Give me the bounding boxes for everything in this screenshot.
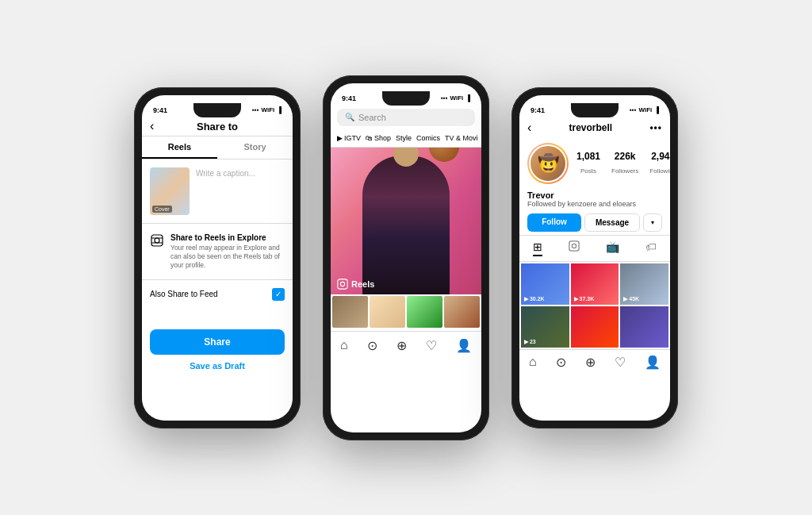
tag-tab-icon[interactable]: 🏷 — [645, 240, 657, 256]
cat-style-label: Style — [396, 134, 412, 142]
cover-label: Cover — [152, 206, 172, 213]
wifi-icon-2: WiFi — [450, 94, 464, 102]
signal-icon: ▪▪▪ — [252, 106, 259, 113]
followers-count: 226k — [611, 151, 638, 162]
more-options-button[interactable]: ••• — [649, 122, 662, 133]
search-bar[interactable]: 🔍 Search — [337, 109, 475, 126]
phone-3-notch — [571, 103, 619, 117]
stat-following[interactable]: 2,943 Following — [649, 151, 670, 176]
categories-bar: ▶ IGTV 🛍 Shop Style Comics TV & Movi — [331, 129, 481, 148]
photo-2[interactable]: ▶ 37.3K — [571, 263, 619, 305]
status-icons-3: ▪▪▪ WiFi ▐ — [630, 106, 659, 113]
share-button[interactable]: Share — [150, 329, 285, 355]
tv-tab-icon[interactable]: 📺 — [606, 240, 619, 256]
home-nav-icon-3[interactable]: ⌂ — [529, 355, 537, 370]
heart-nav-icon-3[interactable]: ♡ — [615, 355, 626, 370]
search-nav-icon-3[interactable]: ⊙ — [556, 355, 566, 370]
caption-input[interactable]: Write a caption... — [196, 167, 255, 178]
feed-option[interactable]: Also Share to Feed ✓ — [142, 283, 293, 306]
search-nav-icon[interactable]: ⊙ — [367, 338, 377, 353]
cat-shop[interactable]: 🛍 Shop — [366, 133, 391, 144]
photo-6[interactable] — [620, 306, 668, 348]
reels-tab-icon[interactable] — [569, 240, 580, 256]
phone-1-notch — [193, 103, 241, 117]
reels-option-text: Share to Reels in Explore Your reel may … — [170, 233, 285, 270]
share-tabs: Reels Story — [142, 136, 293, 159]
phone-2: 9:41 ▪▪▪ WiFi ▐ 🔍 Search ▶ IGTV 🛍 — [323, 75, 489, 440]
following-label: Following — [649, 167, 670, 175]
profile-stats: 1,081 Posts 226k Followers 2,943 Followi… — [576, 151, 670, 176]
cat-comics[interactable]: Comics — [416, 133, 440, 144]
cat-comics-label: Comics — [416, 134, 440, 142]
photo-4[interactable]: ▶ 23 — [521, 306, 569, 348]
grid-item-1 — [332, 296, 368, 328]
cat-tv-label: TV & Movi — [445, 134, 478, 142]
bottom-nav-2: ⌂ ⊙ ⊕ ♡ 👤 — [331, 331, 481, 356]
svg-rect-6 — [569, 240, 579, 250]
photo-3[interactable]: ▶ 45K — [620, 263, 668, 305]
cat-igtv[interactable]: ▶ IGTV — [337, 133, 361, 144]
save-draft-button[interactable]: Save as Draft — [142, 361, 293, 371]
reels-label-text: Reels — [351, 279, 374, 289]
stat-posts: 1,081 Posts — [576, 151, 600, 176]
search-icon: 🔍 — [345, 113, 354, 121]
add-nav-icon-3[interactable]: ⊕ — [585, 355, 596, 370]
feed-checkbox[interactable]: ✓ — [272, 288, 285, 301]
igtv-icon: ▶ — [337, 134, 343, 142]
video-thumbnail: Cover — [150, 167, 190, 215]
message-button[interactable]: Message — [584, 213, 640, 232]
tab-reels[interactable]: Reels — [142, 136, 217, 159]
cat-style[interactable]: Style — [396, 133, 412, 144]
photo-1-views: ▶ 30.2K — [524, 296, 545, 302]
battery-icon-2: ▐ — [465, 94, 470, 102]
status-time: 9:41 — [153, 106, 167, 114]
grid-item-3 — [407, 296, 442, 328]
heart-nav-icon[interactable]: ♡ — [426, 338, 437, 353]
photo-4-views: ▶ 23 — [524, 339, 536, 345]
profile-nav-icon[interactable]: 👤 — [456, 338, 472, 353]
share-to-reels-option: Share to Reels in Explore Your reel may … — [142, 227, 293, 276]
status-time-2: 9:41 — [342, 94, 356, 102]
svg-rect-4 — [338, 279, 347, 288]
profile-name-area: Trevor Followed by kenzoere and eloears — [519, 189, 670, 210]
profile-info: 🤠 1,081 Posts 226k Followers 2,943 Follo… — [519, 138, 670, 189]
add-nav-icon[interactable]: ⊕ — [396, 338, 407, 353]
status-icons-2: ▪▪▪ WiFi ▐ — [441, 94, 470, 102]
photo-grid: ▶ 30.2K ▶ 37.3K ▶ 45K ▶ 23 — [519, 262, 670, 349]
cat-shop-label: Shop — [374, 134, 391, 142]
back-button[interactable]: ‹ — [150, 119, 154, 133]
phone-3: 9:41 ▪▪▪ WiFi ▐ ‹ trevorbell ••• 🤠 — [511, 87, 678, 429]
divider-1 — [142, 223, 293, 224]
wifi-icon-3: WiFi — [639, 106, 653, 113]
status-icons: ▪▪▪ WiFi ▐ — [252, 106, 282, 113]
photo-1[interactable]: ▶ 30.2K — [521, 263, 569, 305]
cat-tv[interactable]: TV & Movi — [445, 133, 478, 144]
home-nav-icon[interactable]: ⌂ — [340, 338, 348, 353]
reels-icon — [150, 233, 164, 248]
phone-2-screen: 9:41 ▪▪▪ WiFi ▐ 🔍 Search ▶ IGTV 🛍 — [331, 83, 481, 432]
svg-rect-0 — [151, 235, 163, 246]
profile-header: ‹ trevorbell ••• — [519, 117, 670, 138]
photo-5[interactable] — [571, 306, 619, 348]
profile-actions: Follow Message ▾ — [519, 210, 670, 235]
signal-icon-3: ▪▪▪ — [630, 106, 637, 113]
grid-item-4 — [444, 296, 480, 328]
profile-nav-icon-3[interactable]: 👤 — [645, 355, 661, 370]
status-time-3: 9:41 — [530, 106, 545, 114]
phones-container: 9:41 ▪▪▪ WiFi ▐ ‹ Share to Reels Story — [118, 60, 694, 456]
followers-label: Followers — [611, 167, 638, 175]
profile-back-button[interactable]: ‹ — [527, 121, 531, 135]
dropdown-button[interactable]: ▾ — [643, 213, 662, 232]
battery-icon-3: ▐ — [654, 106, 659, 113]
tab-story[interactable]: Story — [217, 136, 293, 159]
phone-2-notch — [382, 91, 430, 106]
grid-tab-icon[interactable]: ⊞ — [533, 240, 542, 256]
svg-point-7 — [572, 244, 576, 248]
signal-icon-2: ▪▪▪ — [441, 94, 448, 102]
stat-followers[interactable]: 226k Followers — [611, 151, 638, 176]
avatar-image: 🤠 — [529, 144, 567, 183]
reels-label: Reels — [337, 279, 374, 290]
divider-2 — [142, 279, 293, 280]
wifi-icon: WiFi — [262, 106, 275, 113]
follow-button[interactable]: Follow — [527, 213, 581, 232]
